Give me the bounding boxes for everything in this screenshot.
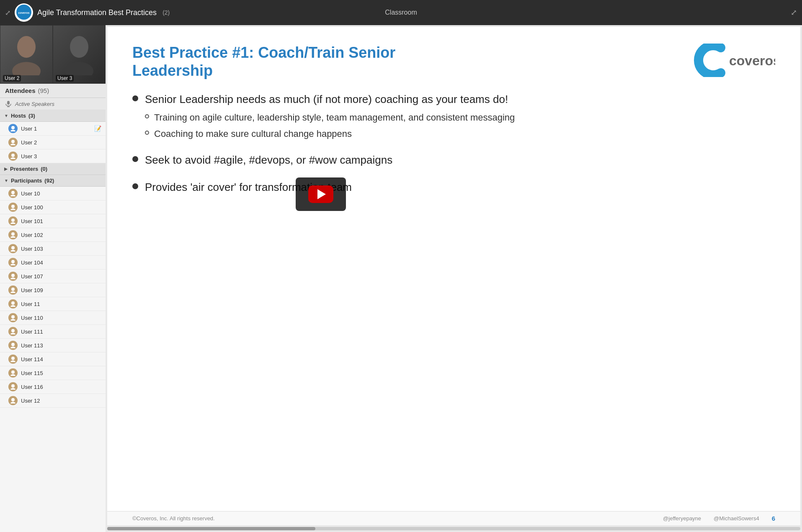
bullet-item-2: Seek to avoid #agile, #devops, or #wow c… (132, 153, 775, 167)
user3-avatar (8, 152, 18, 161)
sub-bullet-1-1: Training on agile culture, leadership st… (145, 112, 515, 124)
user-list-container[interactable]: ▼ Hosts (3) User 1 📝 User 2 (0, 110, 106, 532)
presenters-section-header[interactable]: ▶ Presenters (0) (0, 163, 106, 175)
bullet-text-span-2: Seek to avoid #agile, #devops, or #wow c… (145, 153, 392, 167)
participant-name: User 101 (21, 218, 101, 224)
svg-point-2 (17, 36, 36, 58)
user1-name: User 1 (21, 126, 91, 132)
svg-point-20 (10, 222, 15, 224)
slide-bullets: Senior Leadership needs as much (if not … (132, 92, 775, 503)
svg-point-26 (10, 264, 15, 265)
participant-avatar (8, 396, 18, 405)
participant-name: User 115 (21, 370, 101, 376)
sub-bullet-text-1-1: Training on agile culture, leadership st… (154, 112, 515, 124)
svg-point-9 (11, 126, 15, 129)
classroom-label: Classroom (385, 9, 417, 16)
sub-bullet-text-1-2: Coaching to make sure cultural change ha… (154, 128, 352, 140)
svg-point-36 (10, 333, 15, 334)
svg-point-28 (10, 278, 15, 279)
app-logo: coveros (15, 3, 33, 22)
fullscreen-button[interactable]: ⤢ (791, 8, 797, 17)
scroll-track[interactable] (107, 527, 800, 530)
participants-count: (92) (44, 177, 54, 184)
video-thumb-user2[interactable]: User 2 (0, 25, 53, 84)
svg-point-30 (10, 291, 15, 293)
list-item: User 11 (0, 297, 106, 311)
bullet-text-span-1: Senior Leadership needs as much (if not … (145, 93, 508, 105)
bullet-dot-1 (132, 95, 138, 101)
list-item: User 10 (0, 187, 106, 200)
participant-avatar (8, 313, 18, 322)
participants-label: Participants (11, 177, 42, 184)
svg-point-35 (11, 329, 15, 332)
participant-avatar (8, 203, 18, 212)
app-title: Agile Transformation Best Practices (37, 8, 157, 17)
participants-chevron: ▼ (4, 178, 8, 183)
svg-point-34 (10, 319, 15, 321)
svg-point-33 (11, 315, 15, 319)
bullet-text-1: Senior Leadership needs as much (if not … (145, 92, 515, 140)
participants-section-header[interactable]: ▼ Participants (92) (0, 175, 106, 187)
user-item-user2: User 2 (0, 136, 106, 149)
participant-count: (2) (162, 9, 170, 16)
svg-point-3 (12, 62, 41, 75)
svg-point-14 (10, 157, 15, 159)
slide-container: Best Practice #1: Coach/Train Senior Lea… (107, 27, 800, 525)
sub-bullet-dot-1-1 (145, 114, 149, 118)
attendees-header: Attendees (95) (0, 84, 106, 98)
bullet-item-1: Senior Leadership needs as much (if not … (132, 92, 775, 140)
svg-point-46 (10, 402, 15, 403)
slide-number: 6 (772, 515, 775, 522)
sub-bullets-1: Training on agile culture, leadership st… (145, 112, 515, 140)
video-thumb-user3[interactable]: User 3 (53, 25, 106, 84)
bullet-dot-2 (132, 156, 138, 162)
scroll-thumb (107, 527, 315, 530)
list-item: User 107 (0, 270, 106, 283)
participant-name: User 12 (21, 398, 101, 404)
attendees-count: (95) (38, 87, 49, 94)
presentation-area: Best Practice #1: Coach/Train Senior Lea… (106, 25, 802, 532)
svg-rect-6 (7, 101, 10, 105)
svg-point-22 (10, 236, 15, 238)
participant-avatar (8, 382, 18, 391)
svg-point-32 (10, 305, 15, 307)
list-item: User 103 (0, 242, 106, 256)
youtube-overlay[interactable] (296, 177, 346, 211)
sub-bullet-dot-1-2 (145, 131, 149, 135)
participant-avatar (8, 258, 18, 267)
user1-action-icon[interactable]: 📝 (94, 125, 101, 132)
list-item: User 12 (0, 394, 106, 408)
svg-point-18 (10, 208, 15, 210)
svg-point-19 (11, 218, 15, 222)
resize-icon[interactable]: ⤢ (5, 9, 10, 17)
video-row: User 2 User 3 (0, 25, 106, 84)
participant-avatar (8, 216, 18, 226)
participant-name: User 111 (21, 329, 101, 335)
active-speakers-row: Active Speakers (0, 98, 106, 110)
svg-point-15 (11, 191, 15, 194)
svg-point-13 (11, 154, 15, 157)
slide-twitter2: @MichaelSowers4 (714, 515, 759, 522)
bullet-item-3: Provides 'air cover' for transformation … (132, 180, 775, 195)
microphone-icon (5, 100, 12, 107)
svg-point-4 (70, 36, 88, 58)
svg-point-40 (10, 360, 15, 362)
user1-actions: 📝 (94, 125, 101, 132)
youtube-play-button[interactable] (308, 185, 333, 203)
top-bar: ⤢ coveros Agile Transformation Best Prac… (0, 0, 802, 25)
user1-avatar (8, 124, 18, 133)
participant-avatar (8, 299, 18, 308)
hosts-section-header[interactable]: ▼ Hosts (3) (0, 110, 106, 122)
svg-point-17 (11, 205, 15, 208)
participant-name: User 11 (21, 301, 101, 307)
user2-avatar (8, 138, 18, 147)
svg-point-25 (11, 260, 15, 263)
hosts-chevron: ▼ (4, 113, 8, 118)
list-item: User 113 (0, 339, 106, 352)
slide-content: Best Practice #1: Coach/Train Senior Lea… (107, 27, 800, 511)
participant-name: User 10 (21, 190, 101, 197)
svg-point-37 (11, 343, 15, 346)
logo-text: coveros (16, 4, 32, 21)
main-content: User 2 User 3 Attendees (95) (0, 25, 802, 532)
sub-bullet-1-2: Coaching to make sure cultural change ha… (145, 128, 515, 140)
